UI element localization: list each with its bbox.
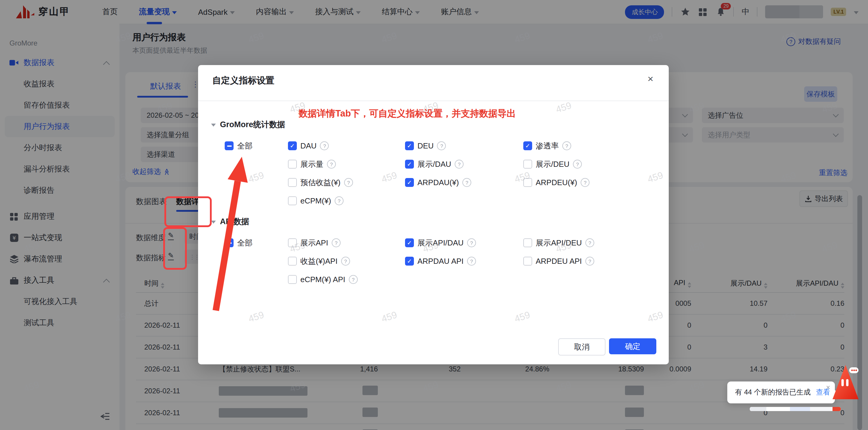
metric-label: DAU: [300, 141, 317, 150]
close-icon[interactable]: ×: [826, 383, 830, 392]
metric-label: 展示API/DAU: [417, 238, 464, 248]
checkbox[interactable]: [523, 141, 532, 150]
checkbox[interactable]: [405, 141, 414, 150]
section-label: API数据: [220, 216, 249, 227]
metric-ecpm[interactable]: eCPM(¥): [288, 196, 405, 206]
metric-label: ARPDEU API: [536, 257, 582, 266]
metric-arpdeu-api[interactable]: ARPDEU API: [523, 256, 647, 266]
metric-arpdau-api[interactable]: ARPDAU API: [405, 256, 523, 266]
metric-penetration[interactable]: 渗透率: [523, 141, 647, 151]
metric-label: 预估收益(¥): [300, 177, 341, 188]
checkbox[interactable]: [288, 141, 297, 150]
checkbox[interactable]: [225, 238, 234, 247]
custom-metric-settings-modal: 自定义指标设置 × 数据详情Tab下，可自定义指标设置，并支持数据导出 GroM…: [198, 65, 669, 364]
help-icon[interactable]: [585, 238, 594, 247]
cancel-button[interactable]: 取消: [558, 338, 606, 356]
metric-label: 展示/DAU: [417, 159, 451, 170]
confirm-button[interactable]: 确定: [609, 338, 656, 354]
api-checkbox-zone: 全部 展示API 展示API/DAU 展示API/DEU 收益(¥)API AR…: [225, 238, 647, 284]
metric-imp-deu[interactable]: 展示/DEU: [523, 159, 647, 169]
metric-imp-api[interactable]: 展示API: [288, 238, 405, 248]
metric-label: 展示量: [300, 159, 323, 170]
help-icon[interactable]: [562, 141, 571, 150]
api-select-all[interactable]: 全部: [225, 238, 288, 248]
metric-label: eCPM(¥) API: [300, 275, 345, 284]
app-root: 穿山甲 首页 流量变现 AdSpark 内容输出 接入与测试 结算中心 账户信息…: [0, 0, 868, 430]
section-gromore-stats[interactable]: GroMore统计数据: [211, 120, 285, 130]
checkbox[interactable]: [523, 160, 532, 168]
help-icon[interactable]: [332, 238, 341, 247]
metric-deu[interactable]: DEU: [405, 141, 523, 151]
checkbox[interactable]: [405, 238, 414, 247]
select-all-label: 全部: [237, 238, 252, 248]
help-icon[interactable]: [320, 141, 329, 150]
checkbox[interactable]: [405, 160, 414, 168]
toast-message: 有 44 个新的报告已生成: [735, 388, 811, 397]
help-icon[interactable]: [327, 160, 336, 168]
gromore-checkbox-zone: 全部 DAU DEU 渗透率 展示量 展示/DAU 展示/DEU 预估收益(¥)…: [225, 141, 647, 206]
metric-ecpm-api[interactable]: eCPM(¥) API: [288, 274, 405, 284]
triangle-down-icon: [211, 123, 216, 126]
metric-label: 展示API: [300, 238, 328, 248]
checkbox[interactable]: [288, 196, 297, 205]
metric-label: DEU: [417, 141, 434, 150]
metric-est-revenue[interactable]: 预估收益(¥): [288, 178, 405, 187]
metric-impressions[interactable]: 展示量: [288, 159, 405, 169]
select-all-label: 全部: [237, 141, 252, 151]
metric-label: 渗透率: [536, 141, 559, 151]
help-icon[interactable]: [455, 160, 464, 168]
metric-label: ARPDAU API: [417, 257, 464, 266]
metric-label: 收益(¥)API: [300, 256, 338, 267]
help-icon[interactable]: [467, 238, 476, 247]
pangle-mascot[interactable]: [831, 363, 860, 406]
checkbox[interactable]: [523, 238, 532, 247]
help-icon[interactable]: [573, 160, 582, 168]
close-icon[interactable]: ×: [647, 73, 653, 85]
help-icon[interactable]: [467, 257, 476, 266]
help-icon[interactable]: [349, 275, 358, 284]
checkbox[interactable]: [288, 257, 297, 266]
help-icon[interactable]: [437, 141, 446, 150]
checkbox[interactable]: [288, 178, 297, 187]
section-label: GroMore统计数据: [220, 120, 285, 130]
checkbox[interactable]: [523, 178, 532, 187]
checkbox[interactable]: [405, 178, 414, 187]
metric-imp-api-deu[interactable]: 展示API/DEU: [523, 238, 647, 248]
metric-revenue-api[interactable]: 收益(¥)API: [288, 256, 405, 266]
annotation-rect-detail-tab: [164, 196, 212, 227]
metric-label: 展示/DEU: [536, 159, 569, 170]
checkbox[interactable]: [225, 141, 234, 150]
section-api-data[interactable]: API数据: [211, 216, 249, 227]
metric-arpdau[interactable]: ARPDAU(¥): [405, 178, 523, 187]
annotation-rect-pencils: [163, 227, 187, 270]
metric-arpdeu[interactable]: ARPDEU(¥): [523, 178, 647, 187]
gromore-select-all[interactable]: 全部: [225, 141, 288, 151]
help-icon[interactable]: [341, 257, 350, 266]
help-icon[interactable]: [344, 178, 353, 187]
checkbox[interactable]: [405, 257, 414, 266]
metric-imp-api-dau[interactable]: 展示API/DAU: [405, 238, 523, 248]
metric-dau[interactable]: DAU: [288, 141, 405, 151]
horizontal-scrollbar[interactable]: [750, 407, 841, 411]
modal-title: 自定义指标设置: [212, 75, 274, 86]
help-icon[interactable]: [585, 257, 594, 266]
metric-label: eCPM(¥): [300, 196, 331, 205]
annotation-note: 数据详情Tab下，可自定义指标设置，并支持数据导出: [299, 108, 516, 120]
checkbox[interactable]: [288, 275, 297, 284]
help-icon[interactable]: [462, 178, 471, 187]
checkbox[interactable]: [288, 160, 297, 168]
divider: [198, 100, 669, 101]
checkbox[interactable]: [288, 238, 297, 247]
metric-label: ARPDEU(¥): [536, 178, 577, 187]
metric-imp-dau[interactable]: 展示/DAU: [405, 159, 523, 169]
triangle-down-icon: [211, 220, 216, 223]
metric-label: 展示API/DEU: [536, 238, 582, 248]
checkbox[interactable]: [523, 257, 532, 266]
help-icon[interactable]: [581, 178, 590, 187]
report-toast: 有 44 个新的报告已生成 查看 ×: [727, 381, 835, 403]
help-icon[interactable]: [335, 196, 344, 205]
metric-label: ARPDAU(¥): [417, 178, 459, 187]
